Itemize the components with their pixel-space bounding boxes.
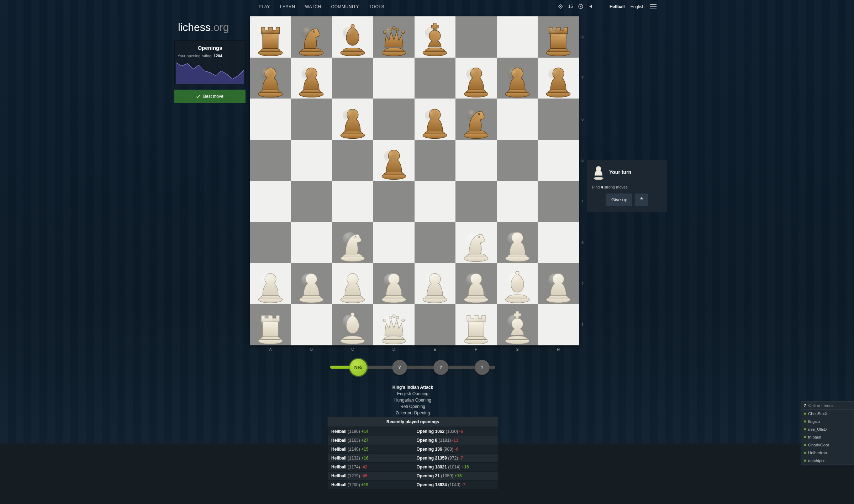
opening-name[interactable]: Reti Opening bbox=[327, 403, 498, 410]
square-g4[interactable] bbox=[497, 181, 538, 222]
piece-white-r[interactable] bbox=[253, 302, 288, 343]
square-f7[interactable] bbox=[455, 58, 497, 99]
piece-white-p[interactable] bbox=[253, 261, 288, 302]
square-c2[interactable] bbox=[332, 263, 373, 304]
site-logo[interactable]: lichess.org bbox=[178, 21, 229, 33]
piece-black-n[interactable] bbox=[458, 96, 494, 137]
square-f3[interactable] bbox=[455, 222, 497, 263]
friends-panel[interactable]: 7 Online friends ChesSuxXflugsiorise_UIE… bbox=[801, 401, 854, 465]
piece-black-p[interactable] bbox=[335, 96, 370, 137]
piece-black-p[interactable] bbox=[458, 55, 494, 96]
progress-node-2[interactable]: ? bbox=[392, 360, 407, 375]
square-a8[interactable] bbox=[250, 16, 291, 58]
piece-black-r[interactable] bbox=[541, 14, 576, 55]
progress-node-3[interactable]: ? bbox=[433, 360, 448, 375]
square-b3[interactable] bbox=[291, 222, 332, 263]
square-b7[interactable] bbox=[291, 58, 332, 99]
square-g8[interactable] bbox=[497, 16, 538, 58]
friend-item[interactable]: eatchipss bbox=[801, 457, 854, 465]
square-b6[interactable] bbox=[291, 99, 332, 140]
hamburger-icon[interactable] bbox=[650, 4, 657, 9]
square-a7[interactable] bbox=[250, 58, 291, 99]
recent-row[interactable]: Hellball (1190) +14Opening 1062 (1030) -… bbox=[328, 427, 498, 436]
friend-item[interactable]: ChesSuxX bbox=[801, 410, 854, 418]
friend-item[interactable]: Unihedron bbox=[801, 449, 854, 457]
friend-item[interactable]: rise_UIED bbox=[801, 425, 854, 433]
piece-white-r[interactable] bbox=[458, 302, 494, 343]
square-a3[interactable] bbox=[250, 222, 291, 263]
square-g2[interactable] bbox=[497, 263, 538, 304]
square-g1[interactable] bbox=[497, 304, 538, 345]
square-b2[interactable] bbox=[291, 263, 332, 304]
piece-white-n[interactable] bbox=[335, 219, 370, 261]
recent-row[interactable]: Hellball (1132) +16Opening 21359 (972) -… bbox=[328, 454, 498, 463]
square-d8[interactable] bbox=[373, 16, 415, 58]
square-b5[interactable] bbox=[291, 140, 332, 181]
square-f8[interactable] bbox=[455, 16, 497, 58]
piece-white-p[interactable] bbox=[500, 219, 535, 261]
friend-item[interactable]: flugsio bbox=[801, 418, 854, 425]
square-h6[interactable] bbox=[538, 99, 579, 140]
square-e3[interactable] bbox=[415, 222, 456, 263]
square-c6[interactable] bbox=[332, 99, 373, 140]
square-d1[interactable] bbox=[373, 304, 415, 345]
challenges-count[interactable]: 15 bbox=[568, 4, 573, 9]
square-a6[interactable] bbox=[250, 99, 291, 140]
nav-watch[interactable]: WATCH bbox=[305, 4, 321, 9]
square-b4[interactable] bbox=[291, 181, 332, 222]
nav-community[interactable]: COMMUNITY bbox=[331, 4, 359, 9]
square-g7[interactable] bbox=[497, 58, 538, 99]
square-h1[interactable] bbox=[538, 304, 579, 345]
friend-item[interactable]: thibault bbox=[801, 433, 854, 441]
friends-header[interactable]: 7 Online friends bbox=[801, 402, 854, 410]
give-up-button[interactable]: Give up bbox=[606, 193, 632, 206]
square-g5[interactable] bbox=[497, 140, 538, 181]
piece-white-n[interactable] bbox=[458, 219, 494, 261]
piece-white-p[interactable] bbox=[417, 261, 453, 302]
piece-white-p[interactable] bbox=[335, 261, 370, 302]
square-d2[interactable] bbox=[373, 263, 415, 304]
square-f6[interactable] bbox=[455, 99, 497, 140]
square-e6[interactable] bbox=[415, 99, 456, 140]
piece-black-p[interactable] bbox=[376, 137, 411, 179]
piece-black-k[interactable] bbox=[417, 14, 453, 55]
square-e4[interactable] bbox=[415, 181, 456, 222]
square-d3[interactable] bbox=[373, 222, 415, 263]
piece-white-k[interactable] bbox=[500, 302, 535, 343]
recent-row[interactable]: Hellball (1163) +27Opening 8 (1181) -11 bbox=[328, 436, 498, 445]
piece-white-p[interactable] bbox=[376, 261, 411, 302]
square-c5[interactable] bbox=[332, 140, 373, 181]
square-c1[interactable] bbox=[332, 304, 373, 345]
piece-black-p[interactable] bbox=[417, 96, 453, 137]
opening-name[interactable]: King's Indian Attack bbox=[327, 384, 498, 391]
square-d4[interactable] bbox=[373, 181, 415, 222]
chess-board[interactable] bbox=[250, 16, 579, 345]
square-f1[interactable] bbox=[455, 304, 497, 345]
recent-row[interactable]: Hellball (1148) +15Opening 136 (988) -6 bbox=[328, 445, 498, 454]
square-a1[interactable] bbox=[250, 304, 291, 345]
challenges-icon[interactable] bbox=[558, 4, 563, 9]
piece-white-b[interactable] bbox=[500, 261, 535, 302]
square-f2[interactable] bbox=[455, 263, 497, 304]
piece-white-b[interactable] bbox=[335, 302, 370, 343]
nav-learn[interactable]: LEARN bbox=[280, 4, 295, 9]
sound-icon[interactable] bbox=[589, 4, 594, 9]
square-b8[interactable] bbox=[291, 16, 332, 58]
piece-black-p[interactable] bbox=[541, 55, 576, 96]
square-a2[interactable] bbox=[250, 263, 291, 304]
progress-node-4[interactable]: ? bbox=[475, 360, 490, 375]
square-e1[interactable] bbox=[415, 304, 456, 345]
square-h3[interactable] bbox=[538, 222, 579, 263]
square-d5[interactable] bbox=[373, 140, 415, 181]
square-e7[interactable] bbox=[415, 58, 456, 99]
piece-black-n[interactable] bbox=[294, 14, 329, 55]
recent-row[interactable]: Hellball (1200) +19Opening 18634 (1040) … bbox=[328, 481, 498, 489]
square-c3[interactable] bbox=[332, 222, 373, 263]
square-h2[interactable] bbox=[538, 263, 579, 304]
square-c4[interactable] bbox=[332, 181, 373, 222]
username-link[interactable]: Hellball bbox=[610, 4, 625, 9]
nav-play[interactable]: PLAY bbox=[259, 4, 270, 9]
nav-tools[interactable]: TOOLS bbox=[369, 4, 384, 9]
piece-white-q[interactable] bbox=[376, 302, 411, 343]
square-d7[interactable] bbox=[373, 58, 415, 99]
